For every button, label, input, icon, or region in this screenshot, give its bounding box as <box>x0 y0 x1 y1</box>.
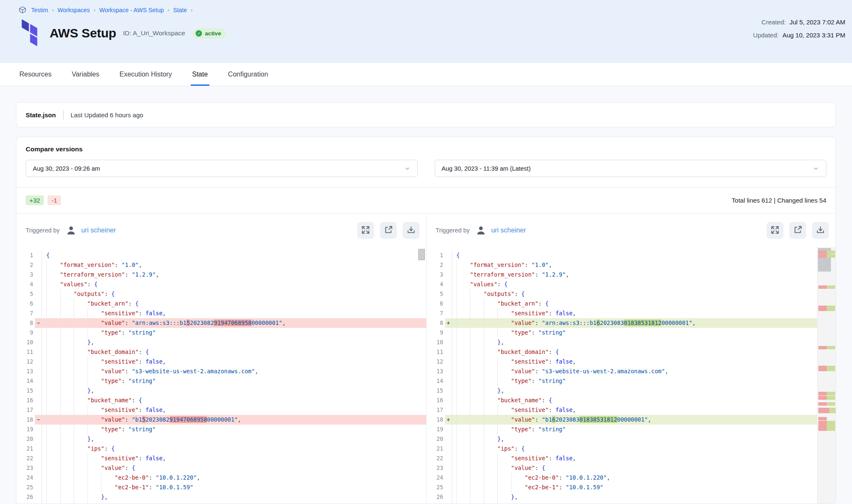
workspace-dates: Created:Jul 5, 2023 7:02 AM Updated:Aug … <box>753 18 845 39</box>
code-text: "ips": { <box>452 444 836 454</box>
code-line: 1{ <box>427 251 836 260</box>
code-text: "type": "string" <box>42 425 426 434</box>
indent-guide <box>74 444 88 454</box>
triggered-by-user-link[interactable]: uri scheiner <box>491 227 526 234</box>
open-external-button[interactable] <box>789 222 806 239</box>
pane-header-right: Triggered byuri scheiner <box>427 214 836 247</box>
indent-guide <box>470 299 484 309</box>
tab-execution-history[interactable]: Execution History <box>119 63 172 86</box>
code-line: 6"bucket_arn": { <box>427 299 836 309</box>
code-token: , <box>573 406 576 413</box>
code-line-body: }, <box>445 492 836 502</box>
code-token: : <box>149 484 156 491</box>
code-token: : <box>104 290 111 297</box>
breadcrumb-item[interactable]: State <box>173 7 187 13</box>
version-select-left[interactable]: Aug 30, 2023 - 09:26 am <box>26 160 418 177</box>
expand-button[interactable] <box>357 222 374 239</box>
scrollbar-thumb[interactable] <box>418 249 425 260</box>
code-text: "ec2-be-1": "10.0.1.59" <box>452 483 836 492</box>
diff-marker <box>35 328 42 338</box>
code-line: 8−"value": "arn:aws:s3:::b15202308291947… <box>16 318 426 328</box>
indent-guide <box>470 386 484 396</box>
code-line-body: "sensitive": false, <box>35 454 426 463</box>
diff-ruler-mark <box>818 392 835 396</box>
code-token: { <box>555 348 559 355</box>
line-number: 16 <box>16 396 35 405</box>
line-number: 11 <box>16 347 35 357</box>
tab-resources[interactable]: Resources <box>19 63 51 86</box>
code-line: 4"values": { <box>427 280 836 289</box>
ruler-mark-removed <box>818 402 827 406</box>
code-text: "value": "b1620230830183853181200000001"… <box>452 415 836 425</box>
code-line-body: "value": { <box>35 463 426 473</box>
indent-guide <box>46 289 60 299</box>
line-number: 8 <box>427 318 445 328</box>
code-token: "sensitive" <box>511 455 549 462</box>
code-line-body: "sensitive": false, <box>35 309 426 318</box>
indent-guide <box>60 338 74 347</box>
code-line-body: "ips": { <box>35 444 426 454</box>
last-updated-text: Last Updated 6 hours ago <box>71 111 143 119</box>
diff-marker <box>35 463 42 473</box>
code-token: , <box>162 455 166 462</box>
code-line: 14"type": "string" <box>16 376 426 386</box>
tab-configuration[interactable]: Configuration <box>228 63 268 86</box>
code-line-body: "value": { <box>445 463 836 473</box>
code-token: , <box>282 319 286 326</box>
breadcrumb-item[interactable]: Workspace - AWS Setup <box>99 7 164 13</box>
version-select-right[interactable]: Aug 30, 2023 - 11:39 am (Latest) <box>435 160 827 177</box>
indent-guide <box>484 492 498 502</box>
indent-guide <box>88 367 101 376</box>
code-text: "sensitive": false, <box>452 357 836 367</box>
indent-guide <box>497 483 511 492</box>
indent-guide <box>60 328 74 338</box>
diff-marker <box>445 405 452 415</box>
code-token: "sensitive" <box>101 406 138 413</box>
indent-guide <box>74 299 88 309</box>
breadcrumb-item[interactable]: Testim <box>31 7 48 13</box>
chevron-down-icon <box>812 165 819 172</box>
indent-guide <box>60 309 74 318</box>
breadcrumb-item[interactable]: Workspaces <box>58 7 90 13</box>
code-text: "bucket_arn": { <box>452 299 836 309</box>
line-number: 19 <box>427 425 445 434</box>
tab-variables[interactable]: Variables <box>72 63 99 86</box>
version-select-left-value: Aug 30, 2023 - 09:26 am <box>33 165 100 172</box>
diff-pane-right: Triggered byuri scheiner1{2"format_versi… <box>426 214 836 504</box>
code-token: : <box>535 416 541 423</box>
updated-label: Updated: <box>753 32 779 39</box>
code-line-body: "values": { <box>445 280 836 289</box>
expand-button[interactable] <box>767 222 783 239</box>
code-token: "type" <box>101 377 122 384</box>
indent-guide <box>470 434 484 444</box>
indent-guide <box>46 444 60 454</box>
download-button[interactable] <box>403 222 419 239</box>
indent-guide <box>88 318 101 328</box>
triggered-by-user-link[interactable]: uri scheiner <box>81 227 116 234</box>
code-token: , <box>238 416 241 423</box>
code-token: , <box>573 455 576 462</box>
code-line: 16"bucket_name": { <box>427 396 836 405</box>
code-token: 5 <box>142 416 146 423</box>
tab-state[interactable]: State <box>192 63 208 86</box>
code-token: "ec2-be-0" <box>525 474 559 481</box>
indent-guide <box>74 483 88 492</box>
indent-guide <box>470 289 484 299</box>
code-token: : <box>535 464 541 471</box>
line-number: 3 <box>16 270 35 280</box>
code-token: "type" <box>101 329 122 336</box>
code-token: { <box>94 281 98 288</box>
download-button[interactable] <box>812 222 829 239</box>
code-token: "10.0.1.220" <box>156 474 197 481</box>
open-external-button[interactable] <box>380 222 397 239</box>
indent-guide <box>484 463 498 473</box>
page-header: Testim›Workspaces›Workspace - AWS Setup›… <box>0 0 852 63</box>
diff-marker <box>445 502 452 504</box>
indent-guide <box>60 492 74 502</box>
code-token: { <box>135 300 138 307</box>
line-number: 1 <box>16 251 35 260</box>
ruler-mark-removed <box>818 346 827 349</box>
code-text: "type": "string" <box>452 328 836 338</box>
ruler-mark-added <box>827 285 835 289</box>
diff-marker <box>445 492 452 502</box>
